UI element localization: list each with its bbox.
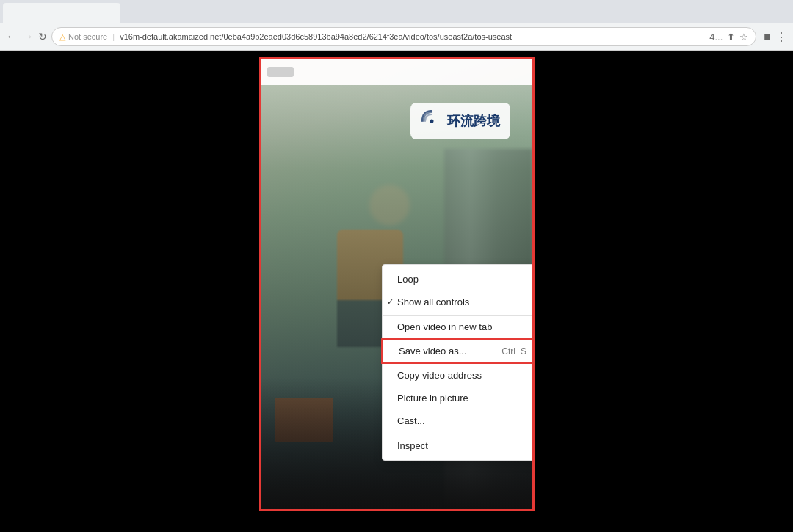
menu-item-loop[interactable]: Loop	[383, 268, 535, 291]
menu-item-open-video-new-tab-label: Open video in new tab	[397, 321, 492, 332]
menu-item-open-video-new-tab[interactable]: Open video in new tab	[383, 315, 535, 338]
logo-svg	[421, 110, 443, 132]
bookmark-icon[interactable]: ☆	[739, 32, 748, 43]
video-top-bar	[261, 59, 532, 85]
menu-item-copy-video-address[interactable]: Copy video address	[383, 364, 535, 387]
forward-icon[interactable]: →	[22, 30, 34, 43]
share-icon[interactable]: ⬆	[727, 32, 735, 43]
menu-item-inspect-label: Inspect	[397, 440, 428, 451]
back-icon[interactable]: ←	[6, 30, 18, 43]
menu-item-show-all-controls[interactable]: Show all controls	[383, 291, 535, 313]
extensions-icon[interactable]: ■	[764, 30, 771, 43]
url-text: v16m-default.akamaized.net/0eba4a9b2eaed…	[120, 32, 706, 41]
menu-item-copy-video-address-label: Copy video address	[397, 370, 482, 381]
logo-text: 环流跨境	[447, 112, 500, 130]
context-menu: Loop Show all controls Open video in new…	[382, 264, 535, 461]
menu-item-cast-label: Cast...	[397, 415, 425, 426]
menu-item-cast[interactable]: Cast...	[383, 409, 535, 432]
url-suffix: 4...	[709, 32, 723, 43]
address-bar[interactable]: △ Not secure | v16m-default.akamaized.ne…	[51, 27, 756, 46]
save-video-shortcut: Ctrl+S	[501, 346, 526, 357]
menu-item-picture-in-picture-label: Picture in picture	[397, 393, 468, 404]
address-bar-row: ← → ↻ △ Not secure | v16m-default.akamai…	[0, 23, 793, 50]
logo-icon	[421, 110, 443, 132]
address-icons: 4... ⬆ ☆	[709, 32, 748, 43]
menu-item-loop-label: Loop	[397, 274, 419, 285]
warning-text: Not secure	[68, 32, 107, 41]
video-container: 环流跨境 Loop Show all controls Open video i…	[259, 57, 535, 511]
menu-item-inspect[interactable]: Inspect	[383, 434, 535, 457]
browser-tab[interactable]	[3, 3, 120, 23]
menu-item-show-all-controls-label: Show all controls	[397, 296, 469, 307]
warning-icon: △	[59, 32, 65, 42]
menu-item-save-video-as-label: Save video as...	[399, 346, 467, 357]
video-tab-pill	[267, 67, 294, 77]
menu-item-save-video-as[interactable]: Save video as... Ctrl+S	[381, 338, 535, 364]
main-content: 环流跨境 Loop Show all controls Open video i…	[0, 51, 793, 532]
svg-point-0	[430, 120, 433, 123]
logo-area: 环流跨境	[410, 103, 510, 139]
menu-item-picture-in-picture[interactable]: Picture in picture	[383, 387, 535, 409]
separator: |	[110, 32, 117, 41]
menu-icon[interactable]: ⋮	[775, 30, 787, 44]
tab-bar	[0, 0, 793, 23]
reload-icon[interactable]: ↻	[38, 31, 47, 43]
browser-chrome: ← → ↻ △ Not secure | v16m-default.akamai…	[0, 0, 793, 51]
